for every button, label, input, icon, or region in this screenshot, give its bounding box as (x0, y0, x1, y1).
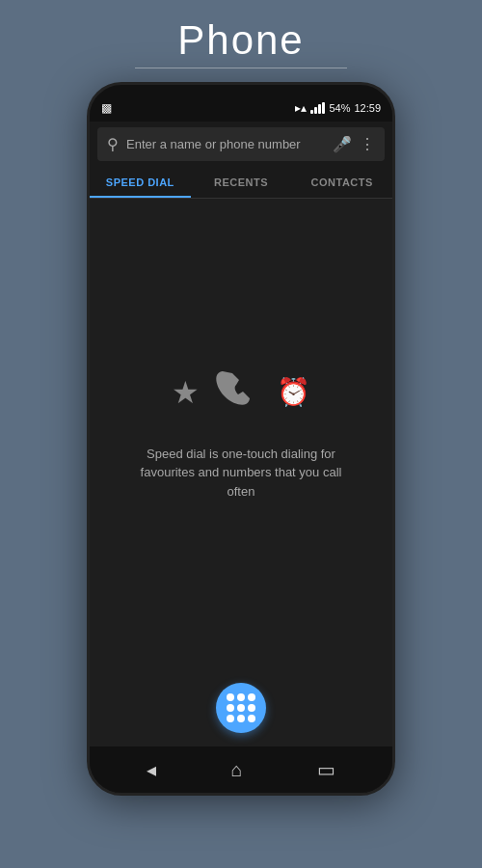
speed-dial-description: Speed dial is one-touch dialing for favo… (125, 445, 357, 502)
signal-bars-icon (310, 102, 325, 114)
wifi-icon: ▸▴ (295, 101, 307, 115)
search-input[interactable]: Enter a name or phone number (126, 137, 325, 151)
tab-speed-dial[interactable]: SPEED DIAL (90, 167, 191, 198)
status-right: ▸▴ 54% 12:59 (295, 101, 381, 115)
phone-device: ▩ ▸▴ 54% 12:59 (87, 82, 395, 796)
back-button[interactable]: ◂ (147, 758, 156, 781)
status-left: ▩ (101, 101, 112, 115)
battery-icon: 54% (329, 102, 350, 114)
tabs-bar: SPEED DIAL RECENTS CONTACTS (90, 167, 392, 199)
more-options-icon[interactable]: ⋮ (360, 135, 375, 153)
phone-icon-large (209, 364, 267, 421)
content-area: ★ ⏰ Speed dial is one-touch dialing for … (90, 199, 392, 665)
tab-recents[interactable]: RECENTS (191, 167, 292, 198)
search-icon: ⚲ (107, 135, 119, 153)
microphone-icon[interactable]: 🎤 (333, 135, 352, 153)
status-time: 12:59 (354, 102, 381, 114)
android-icon: ▩ (101, 101, 112, 115)
dial-pad-fab[interactable] (216, 683, 266, 733)
battery-percent: 54% (329, 102, 350, 114)
volume-button[interactable] (392, 278, 395, 331)
star-icon: ★ (172, 374, 200, 411)
dialpad-icon (227, 693, 255, 722)
screen: ▩ ▸▴ 54% 12:59 (90, 95, 392, 793)
nav-bar: ◂ ⌂ ▭ (90, 746, 392, 793)
title-divider (135, 68, 347, 68)
status-bar: ▩ ▸▴ 54% 12:59 (90, 95, 392, 122)
home-button[interactable]: ⌂ (230, 759, 242, 781)
search-bar[interactable]: ⚲ Enter a name or phone number 🎤 ⋮ (97, 127, 385, 161)
recent-apps-button[interactable]: ▭ (317, 758, 335, 781)
clock-icon: ⏰ (277, 376, 310, 408)
app-title: Phone (177, 17, 304, 64)
fab-area (90, 665, 392, 746)
speed-dial-illustration: ★ ⏰ (172, 364, 310, 421)
tab-contacts[interactable]: CONTACTS (291, 167, 392, 198)
